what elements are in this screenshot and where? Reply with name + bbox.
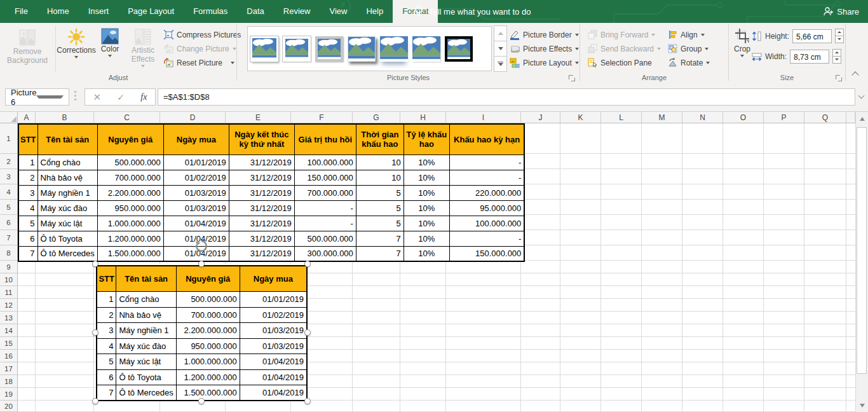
row-header-17[interactable]: 17 (0, 362, 18, 375)
tab-page-layout[interactable]: Page Layout (118, 0, 184, 23)
picture-style-soft-edge[interactable] (412, 36, 440, 62)
cell[interactable]: Ô tô Toyota (37, 231, 97, 246)
group-button[interactable]: Group (668, 42, 709, 55)
cell[interactable]: 01/03/2019 (163, 185, 229, 200)
cell[interactable]: 5 (356, 185, 403, 200)
cell[interactable]: 2 (18, 170, 37, 185)
height-input[interactable]: 5,66 cm (792, 29, 832, 43)
tab-review[interactable]: Review (274, 0, 320, 23)
column-header-partial[interactable] (846, 112, 855, 123)
tab-view[interactable]: View (320, 0, 356, 23)
cell[interactable]: 700.000.000 (294, 185, 356, 200)
cell[interactable]: 5 (356, 200, 403, 216)
name-box[interactable]: Picture 6 (5, 88, 69, 106)
cell[interactable]: 1.500.000.000 (97, 246, 163, 261)
remove-background-button[interactable]: Remove Background (3, 25, 52, 74)
color-button[interactable]: Color (96, 25, 124, 74)
gallery-scroll-down-button[interactable] (494, 41, 507, 57)
table-header-cell[interactable]: Giá trị thu hồi (294, 124, 356, 154)
reset-picture-button[interactable]: Reset Picture (164, 56, 234, 69)
cell[interactable]: 100.000.000 (294, 154, 356, 170)
cell[interactable]: - (294, 200, 356, 216)
cell[interactable]: 01/01/2019 (163, 154, 229, 170)
cell[interactable]: 10 (356, 154, 403, 170)
row-header-20[interactable]: 20 (0, 401, 18, 412)
cell[interactable]: 10% (403, 231, 449, 246)
table-header-cell[interactable]: Thời gian khấu hao (356, 124, 403, 154)
cell[interactable]: 7 (18, 246, 37, 261)
width-input[interactable]: 8,73 cm (790, 50, 829, 64)
picture-style-simple-frame-white[interactable] (250, 36, 278, 62)
cell[interactable]: 5 (356, 216, 403, 231)
column-header-D[interactable]: D (160, 112, 226, 123)
enter-icon[interactable]: ✓ (117, 92, 125, 102)
picture-style-beveled-matte-white[interactable] (283, 36, 311, 62)
column-header-I[interactable]: I (446, 112, 521, 123)
row-header-11[interactable]: 11 (0, 286, 18, 299)
cell[interactable]: 500.000.000 (97, 154, 163, 170)
cancel-icon[interactable]: ✕ (93, 92, 102, 103)
name-box-caret-icon[interactable] (36, 95, 64, 99)
cell[interactable]: 01/04/2019 (163, 216, 229, 231)
corrections-button[interactable]: Corrections (58, 25, 95, 74)
selection-handle[interactable] (304, 329, 311, 336)
rotate-handle[interactable] (194, 239, 208, 253)
column-header-G[interactable]: G (353, 112, 400, 123)
rotate-button[interactable]: Rotate (668, 56, 710, 69)
collapse-ribbon-button[interactable] (851, 71, 860, 77)
cell[interactable]: 950.000.000 (97, 200, 163, 216)
row-header-12[interactable]: 12 (0, 299, 18, 312)
gallery-more-button[interactable] (494, 56, 507, 72)
cell[interactable]: 10 (356, 170, 403, 185)
cell[interactable]: 1 (18, 154, 37, 170)
cell[interactable]: Máy xúc lật (37, 216, 97, 231)
column-header-B[interactable]: B (36, 112, 94, 123)
cell[interactable]: 100.000.000 (449, 216, 524, 231)
table-header-cell[interactable]: Khấu hao kỳ hạn (449, 124, 524, 154)
column-header-F[interactable]: F (291, 112, 353, 123)
cell[interactable]: 220.000.000 (449, 185, 524, 200)
cell[interactable]: 5 (18, 216, 37, 231)
picture-style-drop-shadow[interactable] (348, 36, 376, 62)
tab-insert[interactable]: Insert (79, 0, 119, 23)
cell[interactable]: 31/12/2019 (229, 246, 294, 261)
vertical-scrollbar[interactable] (855, 112, 868, 412)
cell[interactable]: - (294, 216, 356, 231)
selection-handle[interactable] (304, 261, 311, 267)
cell[interactable]: 500.000.000 (294, 231, 356, 246)
bring-forward-button[interactable]: Bring Forward (588, 28, 655, 41)
cell[interactable]: 31/12/2019 (229, 154, 294, 170)
row-header-2[interactable]: 2 (0, 154, 18, 169)
align-button[interactable]: Align (668, 28, 705, 41)
tab-file[interactable]: File (5, 0, 37, 23)
scroll-down-button[interactable] (856, 400, 868, 411)
column-header-C[interactable]: C (94, 112, 160, 123)
column-header-M[interactable]: M (642, 112, 682, 123)
artistic-effects-button[interactable]: Artistic Effects (125, 25, 161, 74)
row-header-18[interactable]: 18 (0, 375, 18, 388)
cell[interactable]: 31/12/2019 (229, 200, 294, 216)
column-header-O[interactable]: O (723, 112, 764, 123)
column-header-H[interactable]: H (400, 112, 446, 123)
column-header-K[interactable]: K (560, 112, 601, 123)
formula-input[interactable]: =$A$1:$D$8 (158, 88, 855, 106)
select-all-corner[interactable] (0, 112, 18, 123)
table-header-cell[interactable]: Tên tài sản (37, 124, 97, 154)
selection-handle[interactable] (92, 261, 98, 267)
cell[interactable]: 4 (18, 200, 37, 216)
row-header-6[interactable]: 6 (0, 215, 18, 230)
cell[interactable]: - (449, 154, 524, 170)
tab-formulas[interactable]: Formulas (184, 0, 237, 23)
scrollbar-thumb[interactable] (857, 127, 867, 374)
cell[interactable]: 700.000.000 (97, 170, 163, 185)
change-picture-button[interactable]: Change Picture (164, 42, 236, 55)
cell[interactable]: 7 (356, 246, 403, 261)
row-header-14[interactable]: 14 (0, 324, 18, 337)
cell[interactable]: 2.200.000.000 (97, 185, 163, 200)
table-header-cell[interactable]: STT (18, 124, 37, 154)
cell[interactable]: Ô tô Mercedes (37, 246, 97, 261)
cell[interactable]: 10% (403, 185, 449, 200)
cell[interactable]: 31/12/2019 (229, 216, 294, 231)
row-header-5[interactable]: 5 (0, 200, 18, 215)
cell[interactable]: 31/12/2019 (229, 185, 294, 200)
